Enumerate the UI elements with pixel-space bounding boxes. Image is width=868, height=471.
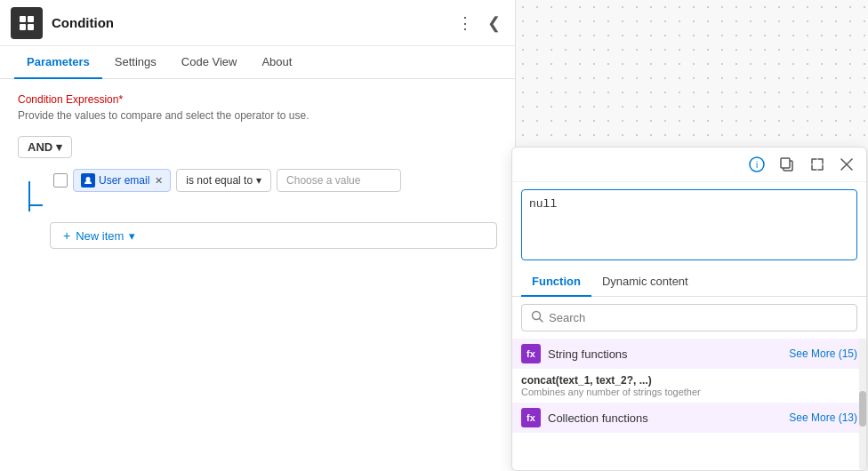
expression-editor-panel: i null Function Dynamic content	[511, 147, 867, 471]
expand-icon	[809, 156, 825, 172]
h-line-row	[28, 199, 43, 212]
scrollbar-thumb[interactable]	[859, 391, 866, 427]
condition-icon	[11, 7, 43, 39]
user-svg	[84, 176, 92, 185]
tab-settings[interactable]: Settings	[102, 46, 169, 79]
expression-textarea[interactable]: null	[521, 189, 857, 260]
copy-button[interactable]	[776, 155, 799, 174]
new-item-label: New item	[76, 229, 124, 243]
left-panel: Condition ⋮ ❮ Parameters Settings Code V…	[0, 0, 516, 471]
and-label: AND	[28, 140, 52, 154]
parameters-content: Condition Expression* Provide the values…	[0, 79, 515, 263]
string-see-more-button[interactable]: See More (15)	[789, 347, 857, 360]
svg-rect-8	[781, 158, 790, 168]
header-actions: ⋮ ❮	[454, 10, 504, 36]
search-icon	[531, 310, 543, 325]
more-options-button[interactable]: ⋮	[454, 10, 477, 36]
expand-button[interactable]	[806, 155, 829, 174]
string-functions-label: String functions	[548, 347, 628, 361]
tabs-container: Parameters Settings Code View About	[0, 46, 515, 79]
operator-chevron-icon: ▾	[256, 174, 261, 187]
string-fx-badge: fx	[521, 344, 541, 363]
tab-parameters[interactable]: Parameters	[14, 46, 102, 79]
canvas-background	[516, 0, 868, 151]
condition-row-1: User email ✕ is not equal to ▾ Choose a …	[53, 169, 401, 192]
svg-line-12	[540, 319, 543, 323]
tab-function[interactable]: Function	[521, 267, 591, 297]
collection-functions-section: fx Collection functions See More (13)	[512, 403, 866, 433]
collection-functions-left: fx Collection functions	[521, 408, 648, 427]
collection-functions-label: Collection functions	[548, 411, 648, 425]
condition-header: Condition ⋮ ❮	[0, 0, 515, 46]
h-line	[30, 204, 43, 206]
header-title: Condition	[52, 15, 454, 30]
user-email-chip[interactable]: User email ✕	[73, 169, 171, 192]
condition-tree: User email ✕ is not equal to ▾ Choose a …	[18, 169, 497, 249]
svg-rect-3	[28, 24, 34, 30]
new-item-plus-icon: +	[63, 228, 70, 243]
concat-row[interactable]: concat(text_1, text_2?, ...) Combines an…	[512, 369, 866, 399]
right-tabs: Function Dynamic content	[512, 267, 866, 297]
svg-rect-0	[20, 16, 26, 22]
condition-svg-icon	[18, 14, 36, 32]
info-button[interactable]: i	[745, 155, 768, 174]
tree-lines	[28, 169, 43, 212]
string-functions-left: fx String functions	[521, 344, 628, 363]
tab-about[interactable]: About	[249, 46, 304, 79]
svg-rect-1	[28, 16, 34, 22]
operator-label: is not equal to	[186, 174, 253, 187]
tab-dynamic-content[interactable]: Dynamic content	[591, 267, 699, 297]
svg-rect-2	[20, 24, 26, 30]
condition-description: Provide the values to compare and select…	[18, 109, 497, 122]
chip-close-button[interactable]: ✕	[155, 175, 163, 187]
svg-text:i: i	[756, 160, 758, 170]
search-svg	[531, 310, 543, 323]
tab-code-view[interactable]: Code View	[169, 46, 250, 79]
and-chevron-icon: ▾	[56, 140, 62, 154]
concat-function-desc: Combines any number of strings together	[521, 387, 857, 397]
new-item-chevron-icon: ▾	[129, 229, 135, 243]
condition-expression-label: Condition Expression*	[18, 93, 497, 106]
close-panel-button[interactable]	[836, 156, 857, 173]
required-marker: *	[118, 93, 123, 106]
operator-dropdown[interactable]: is not equal to ▾	[176, 169, 271, 192]
chip-label: User email	[99, 174, 149, 187]
functions-list: fx String functions See More (15) concat…	[512, 339, 866, 470]
scrollbar-track	[859, 339, 866, 470]
collection-fx-badge: fx	[521, 408, 541, 427]
collection-see-more-button[interactable]: See More (13)	[789, 411, 857, 424]
copy-icon	[779, 156, 795, 172]
new-item-button[interactable]: + New item ▾	[50, 222, 497, 249]
collapse-button[interactable]: ❮	[484, 10, 504, 36]
close-icon	[840, 157, 854, 172]
v-line	[28, 181, 30, 199]
chip-user-icon	[81, 173, 95, 188]
search-row	[521, 304, 857, 331]
search-input[interactable]	[549, 311, 848, 324]
panel-header: i	[512, 148, 866, 182]
value-input[interactable]: Choose a value	[277, 169, 401, 192]
string-functions-section: fx String functions See More (15)	[512, 339, 866, 369]
concat-function-name: concat(text_1, text_2?, ...)	[521, 374, 857, 387]
and-operator-dropdown[interactable]: AND ▾	[18, 136, 72, 158]
tree-line-container: User email ✕ is not equal to ▾ Choose a …	[28, 169, 497, 212]
row-checkbox[interactable]	[53, 173, 68, 188]
info-icon: i	[749, 156, 765, 172]
